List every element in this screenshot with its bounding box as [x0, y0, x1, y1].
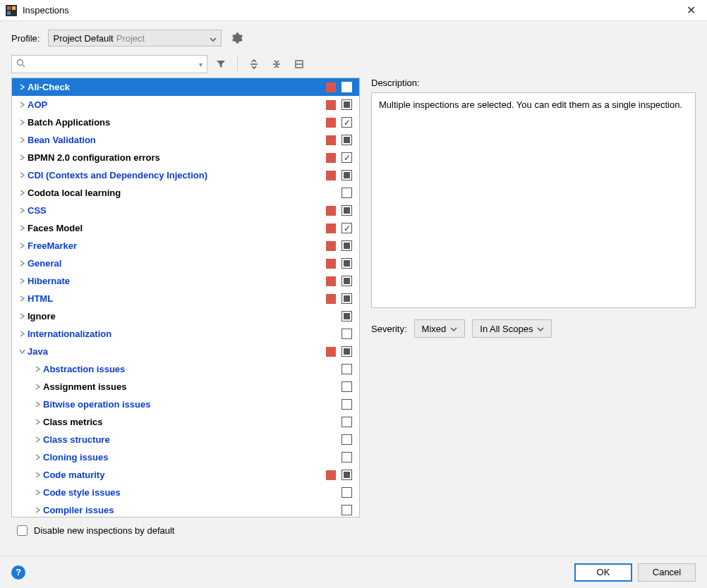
- tree-row[interactable]: Abstraction issues: [12, 360, 359, 378]
- chevron-right-icon[interactable]: [16, 84, 28, 90]
- close-button[interactable]: ✕: [680, 4, 701, 17]
- chevron-right-icon[interactable]: [16, 119, 28, 125]
- collapse-all-button[interactable]: [267, 55, 286, 73]
- scope-select[interactable]: In All Scopes: [472, 319, 552, 338]
- tree-row[interactable]: FreeMarker: [12, 237, 359, 255]
- inspection-checkbox[interactable]: [342, 205, 352, 216]
- inspection-tree-panel: Ali-CheckAOPBatch Applications✓Bean Vali…: [11, 78, 360, 517]
- chevron-right-icon[interactable]: [32, 454, 43, 460]
- tree-row[interactable]: Cloning issues: [12, 448, 359, 466]
- inspection-checkbox[interactable]: [342, 452, 352, 463]
- filter-button[interactable]: [212, 55, 230, 73]
- inspection-checkbox[interactable]: [342, 329, 352, 339]
- chevron-right-icon[interactable]: [16, 190, 28, 196]
- cancel-button[interactable]: Cancel: [638, 563, 696, 582]
- chevron-right-icon[interactable]: [32, 489, 43, 496]
- disable-new-checkbox[interactable]: [17, 525, 28, 536]
- inspection-checkbox[interactable]: [342, 258, 352, 269]
- ok-button[interactable]: OK: [574, 563, 632, 582]
- chevron-right-icon[interactable]: [32, 436, 43, 443]
- inspection-checkbox[interactable]: [342, 505, 352, 515]
- search-box[interactable]: ▾: [11, 55, 207, 73]
- severity-color-indicator: [326, 153, 336, 163]
- chevron-right-icon[interactable]: [16, 331, 28, 337]
- profile-select[interactable]: Project Default Project: [48, 30, 222, 47]
- tree-row[interactable]: Bean Validation: [12, 131, 359, 149]
- chevron-right-icon[interactable]: [32, 419, 43, 425]
- disable-new-label: Disable new inspections by default: [34, 525, 174, 536]
- inspection-checkbox[interactable]: [342, 82, 352, 92]
- chevron-right-icon[interactable]: [16, 313, 28, 319]
- chevron-right-icon[interactable]: [32, 384, 43, 390]
- chevron-right-icon[interactable]: [16, 243, 28, 249]
- tree-row[interactable]: Code maturity: [12, 466, 359, 484]
- tree-row[interactable]: Internationalization: [12, 325, 359, 343]
- chevron-right-icon[interactable]: [16, 278, 28, 284]
- tree-row[interactable]: Hibernate: [12, 272, 359, 290]
- inspection-checkbox[interactable]: [342, 434, 352, 445]
- tree-row[interactable]: HTML: [12, 290, 359, 307]
- inspection-checkbox[interactable]: [342, 170, 352, 180]
- help-button[interactable]: ?: [11, 565, 25, 580]
- chevron-down-icon: [210, 33, 217, 44]
- inspection-checkbox[interactable]: [342, 381, 352, 392]
- chevron-right-icon[interactable]: [16, 137, 28, 143]
- reset-button[interactable]: [290, 55, 308, 73]
- inspection-tree[interactable]: Ali-CheckAOPBatch Applications✓Bean Vali…: [12, 78, 359, 517]
- chevron-right-icon[interactable]: [16, 225, 28, 231]
- inspection-checkbox[interactable]: [342, 346, 352, 357]
- severity-select[interactable]: Mixed: [414, 319, 466, 338]
- inspection-checkbox[interactable]: [342, 470, 352, 480]
- tree-row[interactable]: Faces Model✓: [12, 219, 359, 237]
- tree-row-label: Code style issues: [43, 487, 326, 498]
- search-dropdown-icon[interactable]: ▾: [199, 61, 203, 68]
- chevron-right-icon[interactable]: [16, 260, 28, 267]
- tree-row[interactable]: Code style issues: [12, 484, 359, 501]
- inspection-checkbox[interactable]: [342, 276, 352, 286]
- tree-row[interactable]: CSS: [12, 202, 359, 219]
- tree-row[interactable]: Ali-Check: [12, 78, 359, 96]
- inspection-checkbox[interactable]: [342, 188, 352, 198]
- inspection-checkbox[interactable]: ✓: [342, 223, 352, 233]
- severity-color-indicator: [326, 276, 336, 286]
- chevron-right-icon[interactable]: [32, 401, 43, 408]
- disable-new-row: Disable new inspections by default: [11, 523, 696, 538]
- inspection-checkbox[interactable]: [342, 99, 352, 110]
- chevron-right-icon[interactable]: [32, 366, 43, 372]
- chevron-right-icon[interactable]: [32, 472, 43, 478]
- chevron-right-icon[interactable]: [16, 102, 28, 108]
- chevron-right-icon[interactable]: [16, 295, 28, 302]
- tree-row[interactable]: Class structure: [12, 431, 359, 448]
- chevron-right-icon[interactable]: [16, 154, 28, 161]
- chevron-down-icon[interactable]: [16, 348, 28, 355]
- inspection-checkbox[interactable]: [342, 364, 352, 374]
- tree-row[interactable]: Bitwise operation issues: [12, 396, 359, 413]
- inspection-checkbox[interactable]: [342, 293, 352, 304]
- chevron-right-icon[interactable]: [16, 207, 28, 214]
- tree-row[interactable]: Ignore: [12, 307, 359, 325]
- expand-all-button[interactable]: [245, 55, 263, 73]
- tree-row[interactable]: General: [12, 255, 359, 272]
- tree-row[interactable]: Compiler issues: [12, 501, 359, 517]
- tree-row[interactable]: Assignment issues: [12, 378, 359, 396]
- profile-selected: Project Default: [53, 33, 113, 44]
- inspection-checkbox[interactable]: [342, 240, 352, 251]
- inspection-checkbox[interactable]: [342, 311, 352, 321]
- tree-row[interactable]: Java: [12, 343, 359, 360]
- tree-row[interactable]: CDI (Contexts and Dependency Injection): [12, 166, 359, 184]
- inspection-checkbox[interactable]: [342, 487, 352, 498]
- chevron-right-icon[interactable]: [16, 172, 28, 178]
- tree-row[interactable]: Class metrics: [12, 413, 359, 431]
- tree-row[interactable]: Codota local learning: [12, 184, 359, 202]
- tree-row[interactable]: Batch Applications✓: [12, 114, 359, 131]
- inspection-checkbox[interactable]: [342, 399, 352, 410]
- tree-row[interactable]: BPMN 2.0 configuration errors✓: [12, 149, 359, 166]
- inspection-checkbox[interactable]: ✓: [342, 152, 352, 163]
- chevron-right-icon[interactable]: [32, 507, 43, 513]
- tree-row[interactable]: AOP: [12, 96, 359, 114]
- inspection-checkbox[interactable]: [342, 135, 352, 145]
- profile-settings-button[interactable]: [230, 31, 244, 45]
- search-input[interactable]: [28, 59, 199, 71]
- inspection-checkbox[interactable]: ✓: [342, 117, 352, 128]
- inspection-checkbox[interactable]: [342, 417, 352, 427]
